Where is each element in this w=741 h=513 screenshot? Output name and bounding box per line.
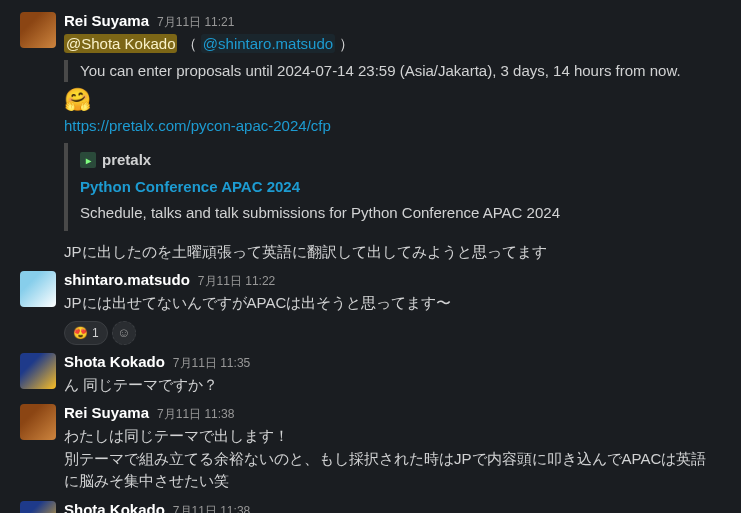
message-header: shintaro.matsudo 7月11日 11:22 <box>64 271 721 290</box>
message-content: shintaro.matsudo 7月11日 11:22 JPには出せてないんで… <box>64 271 721 345</box>
message[interactable]: Shota Kokado 7月11日 11:35 ん 同じテーマですか？ <box>0 349 741 401</box>
unfurl-title[interactable]: Python Conference APAC 2024 <box>80 176 721 199</box>
message-content: Rei Suyama 7月11日 11:21 @Shota Kokado （ @… <box>64 12 721 263</box>
message[interactable]: Rei Suyama 7月11日 11:21 @Shota Kokado （ @… <box>0 8 741 267</box>
author-name[interactable]: Rei Suyama <box>64 404 149 421</box>
message-content: Shota Kokado 7月11日 11:35 ん 同じテーマですか？ <box>64 353 721 397</box>
avatar[interactable] <box>20 271 56 307</box>
emoji-icon: 🤗 <box>64 86 721 115</box>
link[interactable]: https://pretalx.com/pycon-apac-2024/cfp <box>64 117 331 134</box>
mention[interactable]: @shintaro.matsudo <box>201 34 335 53</box>
unfurl-description: Schedule, talks and talk submissions for… <box>80 202 721 225</box>
message-body: わたしは同じテーマで出します！ 別テーマで組み立てる余裕ないのと、もし採択された… <box>64 425 721 493</box>
message-body: @Shota Kokado （ @shintaro.matsudo ） You … <box>64 33 721 263</box>
message[interactable]: Rei Suyama 7月11日 11:38 わたしは同じテーマで出します！ 別… <box>0 400 741 497</box>
blockquote: You can enter proposals until 2024-07-14… <box>64 60 721 83</box>
avatar[interactable] <box>20 353 56 389</box>
message-body: ん 同じテーマですか？ <box>64 374 721 397</box>
favicon-icon: ▸ <box>80 152 96 168</box>
reaction[interactable]: 😍 1 <box>64 321 108 345</box>
text: （ <box>182 35 201 52</box>
unfurl-site: ▸ pretalx <box>80 149 721 172</box>
reaction-count: 1 <box>92 326 99 340</box>
message-header: Shota Kokado 7月11日 11:35 <box>64 353 721 372</box>
message[interactable]: shintaro.matsudo 7月11日 11:22 JPには出せてないんで… <box>0 267 741 349</box>
author-name[interactable]: Shota Kokado <box>64 353 165 370</box>
message-header: Rei Suyama 7月11日 11:38 <box>64 404 721 423</box>
unfurl-site-name: pretalx <box>102 149 151 172</box>
timestamp[interactable]: 7月11日 11:38 <box>157 406 234 423</box>
message-header: Rei Suyama 7月11日 11:21 <box>64 12 721 31</box>
avatar[interactable] <box>20 404 56 440</box>
message-content: Rei Suyama 7月11日 11:38 わたしは同じテーマで出します！ 別… <box>64 404 721 493</box>
add-reaction-button[interactable]: ☺ <box>112 321 136 345</box>
author-name[interactable]: Shota Kokado <box>64 501 165 513</box>
message[interactable]: Shota Kokado 7月11日 11:38 ナルホド。 <box>0 497 741 513</box>
text: ） <box>335 35 354 52</box>
reactions-bar: 😍 1 ☺ <box>64 321 721 345</box>
author-name[interactable]: Rei Suyama <box>64 12 149 29</box>
timestamp[interactable]: 7月11日 11:38 <box>173 503 250 513</box>
mention[interactable]: @Shota Kokado <box>64 34 177 53</box>
timestamp[interactable]: 7月11日 11:21 <box>157 14 234 31</box>
avatar[interactable] <box>20 12 56 48</box>
timestamp[interactable]: 7月11日 11:22 <box>198 273 275 290</box>
timestamp[interactable]: 7月11日 11:35 <box>173 355 250 372</box>
message-body: JPには出せてないんですがAPACは出そうと思ってます〜 <box>64 292 721 315</box>
message-header: Shota Kokado 7月11日 11:38 <box>64 501 721 513</box>
message-text: JPに出したのを土曜頑張って英語に翻訳して出してみようと思ってます <box>64 241 721 264</box>
message-content: Shota Kokado 7月11日 11:38 ナルホド。 <box>64 501 721 513</box>
add-reaction-icon: ☺ <box>117 325 130 340</box>
reaction-emoji-icon: 😍 <box>73 326 88 340</box>
link-unfurl: ▸ pretalx Python Conference APAC 2024 Sc… <box>64 143 721 231</box>
avatar[interactable] <box>20 501 56 513</box>
author-name[interactable]: shintaro.matsudo <box>64 271 190 288</box>
